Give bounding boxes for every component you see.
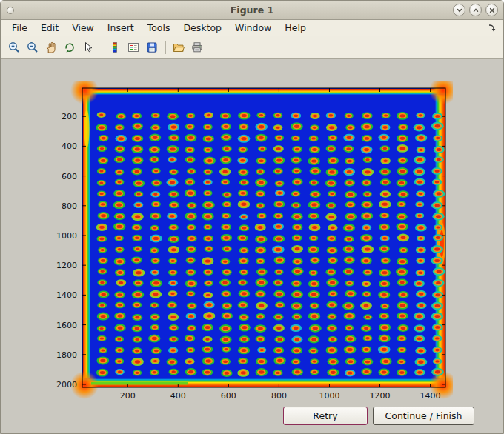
rotate-3d-button[interactable]: [61, 39, 79, 56]
save-icon: [145, 41, 159, 54]
titlebar[interactable]: Figure 1: [1, 1, 503, 20]
open-folder-button[interactable]: [170, 39, 188, 56]
menu-bar: FileEditViewInsertToolsDesktopWindowHelp: [1, 20, 503, 36]
svg-text:1400: 1400: [56, 290, 77, 300]
menu-item-view[interactable]: View: [65, 20, 101, 36]
svg-text:1600: 1600: [56, 321, 77, 330]
colorbar-button[interactable]: [106, 39, 124, 56]
window-controls: [453, 4, 498, 16]
close-icon: [488, 7, 496, 14]
print-icon: [190, 41, 204, 54]
svg-text:200: 200: [120, 391, 136, 401]
data-cursor-icon: [82, 41, 95, 54]
save-button[interactable]: [143, 39, 161, 56]
chevron-down-icon: [456, 7, 463, 14]
open-folder-icon: [172, 41, 185, 54]
svg-text:2000: 2000: [56, 380, 77, 390]
svg-text:400: 400: [62, 141, 77, 151]
insert-legend-icon: [127, 41, 140, 54]
rotate-3d-icon: [63, 41, 76, 54]
svg-text:1200: 1200: [56, 261, 77, 270]
shade-button[interactable]: [453, 4, 465, 16]
svg-text:600: 600: [221, 391, 236, 401]
svg-text:1000: 1000: [56, 231, 77, 241]
continue-finish-button[interactable]: Continue / Finish: [373, 407, 474, 425]
svg-text:800: 800: [271, 391, 287, 401]
svg-text:1800: 1800: [56, 350, 77, 360]
zoom-out-button[interactable]: [24, 39, 42, 56]
colorbar-icon: [108, 41, 122, 54]
figure-axes[interactable]: 2004006008001000120014002004006008001000…: [47, 81, 453, 404]
svg-text:1200: 1200: [370, 391, 391, 401]
menu-item-help[interactable]: Help: [278, 20, 313, 36]
menu-item-file[interactable]: File: [5, 20, 34, 36]
svg-text:800: 800: [62, 201, 77, 211]
menu-item-window[interactable]: Window: [228, 20, 278, 36]
window-menu-icon[interactable]: [7, 7, 14, 14]
toolbar: [1, 36, 503, 59]
insert-legend-button[interactable]: [125, 39, 142, 56]
svg-text:600: 600: [62, 172, 77, 181]
print-button[interactable]: [188, 39, 206, 56]
svg-text:1000: 1000: [319, 391, 339, 401]
dialog-button-bar: Retry Continue / Finish: [1, 401, 503, 434]
maximize-button[interactable]: [469, 4, 482, 16]
window-title: Figure 1: [231, 4, 273, 16]
pan-button[interactable]: [42, 39, 60, 56]
svg-text:400: 400: [170, 391, 186, 401]
close-button[interactable]: [485, 4, 498, 16]
menu-item-insert[interactable]: Insert: [101, 20, 141, 36]
toolbar-separator: [165, 41, 166, 54]
zoom-in-icon: [7, 41, 21, 54]
menu-item-desktop[interactable]: Desktop: [176, 20, 228, 36]
zoom-in-button[interactable]: [5, 39, 23, 56]
svg-text:200: 200: [62, 112, 77, 121]
data-cursor-button[interactable]: [79, 39, 97, 56]
retry-button[interactable]: Retry: [283, 407, 368, 425]
menu-item-tools[interactable]: Tools: [141, 20, 177, 36]
dock-figure-icon[interactable]: [487, 23, 497, 33]
toolbar-separator: [102, 41, 102, 54]
zoom-out-icon: [26, 41, 39, 54]
menu-item-edit[interactable]: Edit: [34, 20, 65, 36]
figure-canvas: 2004006008001000120014002004006008001000…: [1, 59, 503, 401]
figure-window: Figure 1 FileEditViewInsertToolsDesktopW…: [0, 0, 504, 434]
chevron-up-icon: [472, 7, 480, 14]
pan-icon: [44, 41, 58, 54]
svg-text:1400: 1400: [420, 391, 441, 401]
